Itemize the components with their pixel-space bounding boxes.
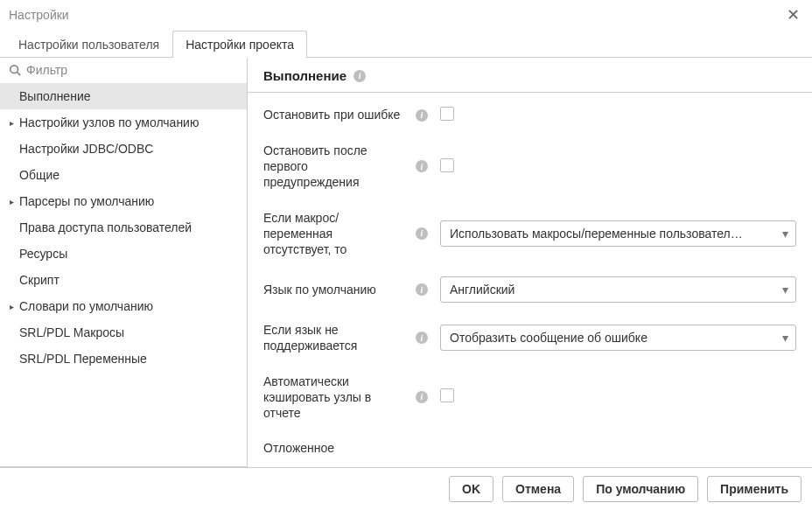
control: Отобразить сообщение об ошибке ▾	[440, 325, 796, 351]
sidebar-item-label: SRL/PDL Макросы	[18, 325, 124, 339]
nav-tree: Выполнение▸Настройки узлов по умолчаниюН…	[0, 83, 247, 467]
control	[440, 107, 796, 123]
sidebar-item[interactable]: Общие	[0, 162, 247, 188]
control	[440, 388, 796, 405]
filter-row[interactable]: Фильтр	[0, 58, 247, 83]
sidebar-item-label: SRL/PDL Переменные	[18, 352, 147, 366]
control: Использовать макросы/переменные пользова…	[440, 220, 796, 247]
svg-line-1	[18, 73, 21, 76]
sidebar-item-label: Настройки JDBC/ODBC	[18, 142, 153, 156]
row-deferred: Отложенное	[263, 440, 796, 456]
label-stop-after-warning: Остановить после первого предупреждения	[263, 143, 403, 191]
chevron-down-icon: ▾	[782, 331, 788, 345]
content-panel: Выполнение i Остановить при ошибке i Ост…	[248, 58, 812, 467]
tree-caret-icon[interactable]: ▸	[7, 118, 16, 128]
sidebar-item-label: Общие	[18, 168, 60, 182]
sidebar-item[interactable]: Настройки JDBC/ODBC	[0, 136, 247, 162]
row-macro-missing: Если макрос/переменная отсутствует, то i…	[263, 210, 796, 258]
sidebar-item[interactable]: SRL/PDL Переменные	[0, 346, 247, 372]
tabbar: Настройки пользователя Настройки проекта	[0, 28, 812, 58]
sidebar-item[interactable]: Ресурсы	[0, 241, 247, 267]
info-icon[interactable]: i	[416, 332, 428, 344]
cancel-button[interactable]: Отмена	[502, 476, 574, 502]
checkbox-stop-after-warning[interactable]	[440, 158, 454, 172]
label-macro-missing: Если макрос/переменная отсутствует, то	[263, 210, 403, 258]
sidebar-item[interactable]: ▸Настройки узлов по умолчанию	[0, 109, 247, 136]
sidebar-item-label: Настройки узлов по умолчанию	[18, 115, 199, 129]
tree-caret-icon[interactable]: ▸	[7, 302, 16, 311]
row-stop-after-warning: Остановить после первого предупреждения …	[263, 143, 796, 191]
row-language-unsupported: Если язык не поддерживается i Отобразить…	[263, 322, 796, 353]
tab-label: Настройки проекта	[186, 38, 294, 52]
button-label: Применить	[720, 482, 788, 496]
apply-button[interactable]: Применить	[707, 476, 802, 502]
checkbox-auto-cache[interactable]	[440, 388, 454, 402]
defaults-button[interactable]: По умолчанию	[583, 476, 698, 502]
tab-user-settings[interactable]: Настройки пользователя	[5, 31, 172, 58]
content-header: Выполнение i	[248, 58, 812, 93]
dialog-footer: OK Отмена По умолчанию Применить	[0, 467, 812, 510]
tab-label: Настройки пользователя	[18, 38, 159, 52]
button-label: По умолчанию	[596, 482, 685, 496]
body: Фильтр Выполнение▸Настройки узлов по умо…	[0, 58, 812, 467]
chevron-down-icon: ▾	[782, 283, 788, 297]
settings-scroll[interactable]: Остановить при ошибке i Остановить после…	[248, 93, 812, 467]
sidebar: Фильтр Выполнение▸Настройки узлов по умо…	[0, 58, 248, 467]
button-label: OK	[462, 482, 480, 496]
search-icon	[9, 64, 21, 76]
window-title: Настройки	[9, 8, 69, 22]
label-stop-on-error: Остановить при ошибке	[263, 107, 403, 122]
info-icon[interactable]: i	[416, 391, 428, 403]
label-deferred: Отложенное	[263, 440, 403, 456]
titlebar: Настройки ✕	[0, 0, 812, 28]
button-label: Отмена	[515, 482, 561, 496]
panel-title: Выполнение	[263, 68, 346, 83]
sidebar-item-label: Выполнение	[18, 89, 90, 103]
control	[440, 158, 796, 175]
sidebar-item[interactable]: SRL/PDL Макросы	[0, 319, 247, 346]
chevron-down-icon: ▾	[782, 227, 788, 241]
sidebar-item[interactable]: Выполнение	[0, 83, 247, 109]
close-icon[interactable]: ✕	[783, 5, 803, 24]
label-auto-cache: Автоматически кэшировать узлы в отчете	[263, 374, 403, 422]
checkbox-stop-on-error[interactable]	[440, 107, 454, 121]
sidebar-item-label: Права доступа пользователей	[18, 220, 192, 234]
dropdown-value: Отобразить сообщение об ошибке	[450, 331, 648, 345]
tree-caret-icon[interactable]: ▸	[7, 197, 16, 206]
sidebar-item-label: Скрипт	[18, 273, 60, 287]
sidebar-item-label: Парсеры по умолчанию	[18, 194, 154, 208]
dropdown-value: Использовать макросы/переменные пользова…	[450, 227, 743, 241]
info-icon[interactable]: i	[354, 70, 366, 82]
label-default-language: Язык по умолчанию	[263, 282, 403, 297]
tab-project-settings[interactable]: Настройки проекта	[172, 31, 307, 58]
sidebar-item[interactable]: ▸Парсеры по умолчанию	[0, 188, 247, 214]
ok-button[interactable]: OK	[449, 476, 494, 502]
sidebar-item[interactable]: Скрипт	[0, 267, 247, 293]
sidebar-item-label: Словари по умолчанию	[18, 299, 153, 313]
info-icon[interactable]: i	[416, 109, 428, 122]
dropdown-macro-missing[interactable]: Использовать макросы/переменные пользова…	[440, 220, 796, 247]
dropdown-language-unsupported[interactable]: Отобразить сообщение об ошибке ▾	[440, 325, 796, 351]
control: Английский ▾	[440, 276, 796, 303]
info-icon[interactable]: i	[416, 227, 428, 240]
dropdown-value: Английский	[450, 283, 514, 297]
info-icon[interactable]: i	[416, 160, 428, 172]
sidebar-item[interactable]: Права доступа пользователей	[0, 214, 247, 241]
sidebar-item-label: Ресурсы	[18, 247, 67, 261]
label-language-unsupported: Если язык не поддерживается	[263, 322, 403, 353]
row-stop-on-error: Остановить при ошибке i	[263, 107, 796, 123]
dropdown-default-language[interactable]: Английский ▾	[440, 276, 796, 303]
filter-placeholder: Фильтр	[26, 63, 67, 77]
row-auto-cache: Автоматически кэшировать узлы в отчете i	[263, 374, 796, 422]
row-default-language: Язык по умолчанию i Английский ▾	[263, 276, 796, 303]
sidebar-item[interactable]: ▸Словари по умолчанию	[0, 293, 247, 319]
svg-point-0	[10, 66, 18, 73]
info-icon[interactable]: i	[416, 283, 428, 296]
